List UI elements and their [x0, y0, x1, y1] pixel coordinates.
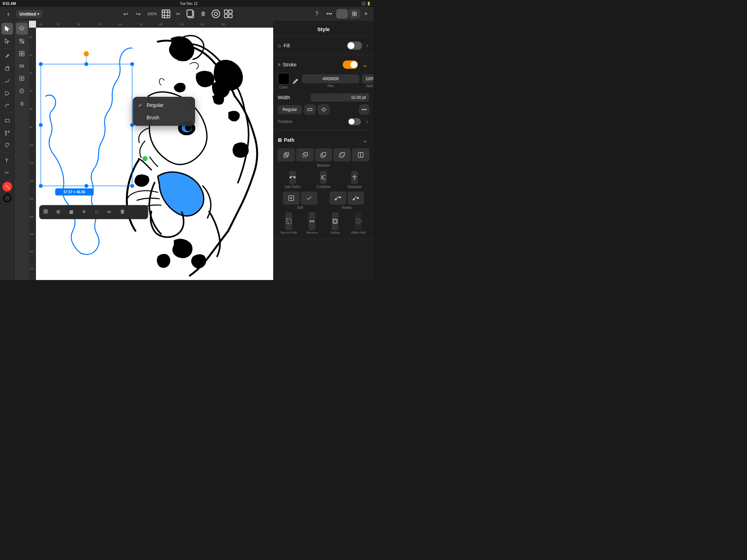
svg-text:57.57 × 46.56: 57.57 × 46.56 [64, 190, 85, 194]
svg-point-105 [294, 177, 295, 178]
right-panel: Style ◇ Fill › ≡ [273, 21, 374, 280]
mask2-tool[interactable] [16, 85, 28, 97]
eyedropper-button[interactable]: 💉 [292, 78, 299, 84]
divide-button[interactable] [352, 148, 369, 161]
text-tool[interactable]: T [1, 155, 13, 166]
help-button[interactable]: ? [311, 9, 322, 19]
width-input[interactable] [311, 93, 369, 102]
fill-expand-button[interactable]: › [365, 42, 369, 49]
stroke-more-button[interactable]: ••• [359, 104, 369, 115]
hex-input[interactable]: #000000 [302, 74, 359, 83]
undo-button[interactable]: ↩ [120, 9, 131, 19]
title-chevron-icon: ▾ [37, 12, 39, 16]
artwork-canvas[interactable]: 57.57 × 46.56 ⊞ ⊞ ▦ ≡ □ ∞ 🗑 [36, 28, 273, 280]
layers-tab-button[interactable] [349, 9, 360, 19]
select-tool[interactable] [1, 23, 13, 35]
intersect-button[interactable] [296, 148, 314, 161]
scissors-tool[interactable]: ✂ [1, 167, 13, 179]
checkerboard-tool[interactable] [16, 35, 28, 47]
delete-tool[interactable]: 🗑 [16, 97, 28, 109]
stroke-shape-1-button[interactable] [304, 104, 316, 115]
svg-rect-39 [36, 21, 273, 28]
more-button[interactable]: ••• [324, 9, 335, 19]
node-edit-tool[interactable] [1, 127, 13, 139]
join-paths-button[interactable] [289, 171, 296, 184]
sharp-nodes-button[interactable] [348, 192, 364, 205]
crop-button[interactable] [160, 9, 172, 19]
node-tool[interactable] [1, 75, 13, 87]
svg-text:∞: ∞ [107, 209, 111, 214]
copy-button[interactable] [185, 9, 196, 19]
edit-label: Edit [297, 206, 303, 209]
stroke-color-swatch[interactable] [278, 73, 289, 85]
add-panel-button[interactable]: + [361, 9, 371, 19]
align-tool[interactable] [16, 60, 28, 72]
panel-tabs: + [336, 9, 371, 19]
delete-button[interactable]: 🗑 [198, 9, 209, 19]
cut-button[interactable]: ✂ [173, 9, 184, 19]
svg-point-71 [39, 62, 43, 66]
svg-rect-29 [19, 51, 21, 53]
stroke-shape-2-button[interactable] [318, 104, 330, 115]
arrange-button[interactable] [223, 9, 234, 19]
copy-tool[interactable] [1, 63, 13, 74]
brush-option[interactable]: ✓ Brush [133, 111, 195, 124]
fill-toggle[interactable] [347, 41, 362, 50]
svg-rect-107 [289, 196, 294, 200]
position-toggle[interactable] [348, 118, 361, 125]
zoom-level[interactable]: 100% [145, 11, 159, 17]
text-on-path-button[interactable]: T [285, 212, 292, 230]
stroke-color-button[interactable] [1, 192, 13, 204]
canvas-area: 40 50 60 70 80 90 100 110 120 130 40 50 … [29, 21, 273, 280]
stroke-regular-button[interactable]: Regular [278, 105, 302, 114]
grid-tool[interactable] [16, 48, 28, 59]
alpha-input[interactable]: 100% [362, 74, 374, 83]
layers-tool[interactable] [16, 23, 28, 35]
svg-rect-50 [29, 28, 36, 280]
no-style-button[interactable]: | [2, 182, 12, 192]
unite-button[interactable] [278, 148, 295, 161]
hex-label: Hex [328, 84, 334, 88]
svg-point-109 [339, 197, 341, 198]
svg-point-20 [5, 131, 7, 132]
check-path-button[interactable] [301, 192, 317, 205]
rectangle-tool[interactable] [1, 115, 13, 127]
regular-option[interactable]: ✓ Regular [133, 99, 195, 111]
svg-rect-37 [21, 77, 23, 80]
warp-tool[interactable] [1, 87, 13, 99]
mask-tool[interactable] [16, 73, 28, 84]
path-title-label: Path [284, 137, 294, 143]
rotate-tool[interactable] [1, 100, 13, 112]
back-button[interactable]: ‹ [3, 8, 14, 19]
group-button[interactable] [210, 9, 221, 19]
svg-rect-31 [19, 54, 21, 56]
exclude-button[interactable] [333, 148, 351, 161]
offset-path-button[interactable] [355, 212, 362, 230]
outline-button[interactable] [332, 212, 339, 230]
document-title-button[interactable]: Untitled ▾ [16, 10, 43, 18]
stroke-toggle[interactable] [343, 60, 358, 69]
svg-point-17 [7, 55, 8, 56]
svg-text:70: 70 [98, 23, 101, 26]
separate-button[interactable] [351, 171, 358, 184]
pen-tool[interactable] [1, 50, 13, 62]
combine-button[interactable] [320, 171, 327, 184]
position-expand-button[interactable]: › [365, 118, 369, 125]
path-expand-button[interactable]: ⌄ [361, 135, 369, 145]
style-tab-button[interactable] [336, 9, 348, 19]
edit-path-button[interactable] [283, 192, 299, 205]
svg-rect-101 [341, 154, 343, 156]
spiral-tool[interactable] [1, 140, 13, 151]
reverse-button[interactable] [308, 212, 315, 230]
smooth-nodes-button[interactable] [330, 192, 346, 205]
svg-text:130: 130 [29, 198, 34, 200]
svg-text:150: 150 [29, 233, 34, 235]
canvas-content: 57.57 × 46.56 ⊞ ⊞ ▦ ≡ □ ∞ 🗑 [36, 28, 273, 280]
svg-point-104 [290, 177, 291, 178]
svg-text:80: 80 [119, 23, 122, 26]
subtract-button[interactable] [315, 148, 332, 161]
stroke-expand-button[interactable]: ⌄ [361, 60, 369, 69]
svg-rect-27 [19, 41, 22, 44]
redo-button[interactable]: ↪ [133, 9, 144, 19]
direct-select-tool[interactable] [1, 35, 13, 47]
